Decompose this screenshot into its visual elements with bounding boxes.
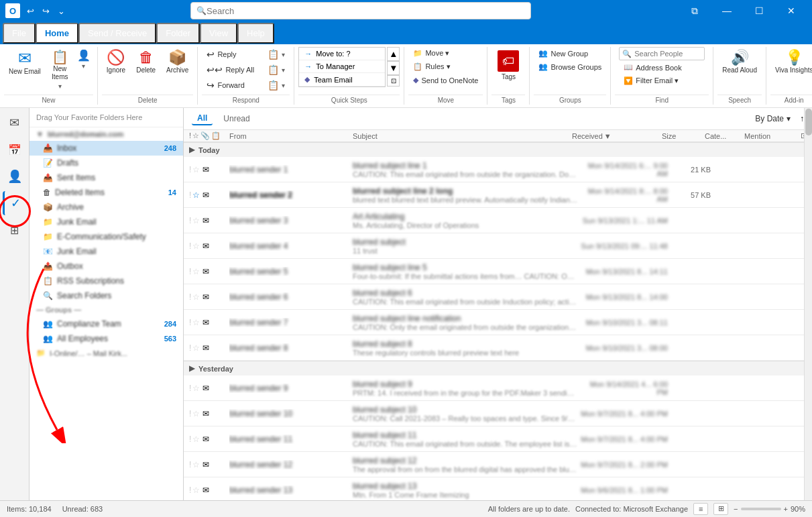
ignore-button[interactable]: 🚫 Ignore — [102, 47, 130, 78]
tab-folder[interactable]: Folder — [156, 23, 200, 44]
browse-groups-button[interactable]: 👥 Browse Groups — [534, 60, 606, 73]
folder-item-archive[interactable]: 📦 Archive — [30, 200, 183, 215]
quicksteps-expand[interactable]: ⊡ — [387, 75, 400, 87]
tab-file[interactable]: File — [3, 23, 36, 44]
folder-item-rss[interactable]: 📋 RSS Subscriptions — [30, 274, 183, 288]
minimize-button[interactable]: — — [711, 0, 742, 21]
new-email-button[interactable]: ✉ New Email — [4, 47, 46, 79]
reply-button[interactable]: ↩ Reply — [202, 47, 259, 62]
search-people-input[interactable] — [634, 50, 701, 58]
quick-access-dropdown[interactable]: ⌄ — [55, 5, 68, 17]
folder-item-outbox[interactable]: 📤 Outbox — [30, 259, 183, 274]
status-view-1[interactable]: ≡ — [693, 503, 708, 515]
nav-calendar[interactable]: 📅 — [3, 137, 27, 162]
delete-button[interactable]: 🗑 Delete — [131, 47, 160, 78]
email-row[interactable]: ! ☆ ✉ blurred sender 9 blurred subject 9… — [184, 376, 812, 401]
close-button[interactable]: ✕ — [776, 0, 807, 21]
new-items-button[interactable]: 📋 NewItems ▾ — [47, 47, 73, 93]
archive-button[interactable]: 📦 Archive — [162, 47, 193, 78]
email-row[interactable]: ! ☆ ✉ blurred sender 1 blurred subject l… — [184, 157, 812, 182]
viva-insights-button[interactable]: 💡 Viva Insights — [770, 47, 812, 78]
new-items-extra-button[interactable]: 👤 ▾ — [74, 47, 93, 73]
col-category-header[interactable]: Cate... — [705, 132, 742, 140]
send-to-onenote-button[interactable]: ◆ Send to OneNote — [408, 74, 483, 87]
email-sender: blurred sender 8 — [229, 343, 350, 353]
nav-mail[interactable]: ✉ — [3, 111, 27, 135]
email-row[interactable]: ! ☆ ✉ blurred sender 11 blurred subject … — [184, 426, 812, 452]
filter-unread-button[interactable]: Unread — [218, 113, 255, 125]
folder-item-online[interactable]: 📁 I-Online/… – Mail Kirk... — [30, 346, 183, 360]
maximize-button[interactable]: ☐ — [744, 0, 774, 21]
tab-view[interactable]: View — [200, 23, 237, 44]
undo-button[interactable]: ↩ — [24, 5, 37, 17]
folder-junk2-label: Junk Email — [57, 247, 97, 256]
folder-item-search-folders[interactable]: 🔍 Search Folders — [30, 288, 183, 303]
respond-extra-2[interactable]: 📋 ▾ — [263, 62, 290, 77]
folder-item-junk2[interactable]: 📧 Junk Email — [30, 244, 183, 259]
search-input[interactable] — [207, 6, 525, 16]
folder-item-account[interactable]: ▼ blurred@domain.com — [30, 127, 183, 141]
quicksteps-nav: ▲ ▼ ⊡ — [387, 47, 400, 87]
folder-item-allemployees[interactable]: 👥 All Employees 563 — [30, 331, 183, 346]
respond-extra-3[interactable]: 📋 ▾ — [263, 78, 290, 93]
nav-contacts[interactable]: 👤 — [3, 164, 27, 188]
rules-button[interactable]: 📋 Rules ▾ — [408, 60, 483, 73]
filter-all-button[interactable]: All — [192, 112, 213, 125]
email-row[interactable]: ! ☆ ✉ blurred sender 3 Art Articulating … — [184, 208, 812, 233]
quickstep-moveto[interactable]: → Move to: ? — [299, 48, 385, 60]
sort-button[interactable]: By Date ▾ — [751, 113, 795, 125]
nav-apps[interactable]: ⊞ — [3, 218, 27, 242]
status-view-2[interactable]: ⊞ — [713, 503, 728, 515]
folder-item-ecommunication[interactable]: 📁 E-Communication/Safety — [30, 229, 183, 244]
tab-home[interactable]: Home — [36, 23, 78, 44]
read-aloud-button[interactable]: 🔊 Read Aloud — [717, 47, 762, 78]
zoom-out-icon[interactable]: − — [734, 505, 738, 513]
quicksteps-scroll-up[interactable]: ▲ — [387, 47, 400, 61]
address-book-button[interactable]: 📖 Address Book — [619, 61, 705, 74]
tab-send-receive[interactable]: Send / Receive — [78, 23, 156, 44]
deleted-count: 14 — [168, 188, 176, 196]
quicksteps-scroll-down[interactable]: ▼ — [387, 61, 400, 75]
tab-help[interactable]: Help — [237, 23, 274, 44]
email-row[interactable]: ! ☆ ✉ blurred sender 7 blurred subject l… — [184, 310, 812, 335]
folder-item-deleted[interactable]: 🗑 Deleted Items 14 — [30, 185, 183, 200]
col-from-header[interactable]: From — [229, 132, 350, 140]
respond-extra-1[interactable]: 📋 ▾ — [263, 47, 290, 62]
email-row[interactable]: ! ☆ ✉ blurred sender 12 blurred subject … — [184, 452, 812, 477]
email-row[interactable]: ! ☆ ✉ blurred sender 4 blurred subject 1… — [184, 233, 812, 259]
drafts-icon: 📝 — [43, 158, 53, 168]
folder-item-drafts[interactable]: 📝 Drafts — [30, 156, 183, 170]
email-row[interactable]: ! ☆ ✉ blurred sender 8 blurred subject 8… — [184, 335, 812, 361]
quickstep-tomanager[interactable]: → To Manager — [299, 60, 385, 73]
email-row[interactable]: ! ☆ ✉ blurred sender 13 blurred subject … — [184, 477, 812, 500]
email-read-icon: ☆ — [192, 485, 200, 495]
folder-resize-handle[interactable] — [180, 108, 183, 500]
email-row[interactable]: ! ☆ ✉ blurred sender 10 blurred subject … — [184, 401, 812, 426]
folder-item-junk[interactable]: 📁 Junk Email — [30, 215, 183, 229]
email-row[interactable]: ! ☆ ✉ blurred sender 2 blurred subject l… — [184, 182, 812, 208]
email-row[interactable]: ! ☆ ✉ blurred sender 6 blurred subject 6… — [184, 284, 812, 310]
redo-button[interactable]: ↪ — [40, 5, 52, 17]
quickstep-teamemail[interactable]: ◆ Team Email — [299, 73, 385, 87]
reply-all-button[interactable]: ↩↩ Reply All — [202, 62, 259, 77]
folder-item-inbox[interactable]: 📥 Inbox 248 — [30, 141, 183, 156]
zoom-slider[interactable] — [741, 508, 781, 510]
nav-tasks[interactable]: ✓ — [3, 191, 27, 215]
folder-item-complianze[interactable]: 👥 Complianze Team 284 — [30, 317, 183, 331]
folder-item-sent[interactable]: 📤 Sent Items — [30, 170, 183, 185]
col-size-header[interactable]: Size — [662, 132, 702, 140]
col-subject-header[interactable]: Subject — [353, 132, 569, 140]
forward-button[interactable]: ↪ Forward — [202, 78, 259, 93]
ribbon-group-tags-content: 🏷 Tags — [491, 47, 525, 93]
tags-button[interactable]: 🏷 Tags — [491, 47, 525, 84]
restore-button[interactable]: ⧉ — [679, 0, 710, 21]
new-group-button[interactable]: 👥 New Group — [534, 47, 606, 60]
scrollbar-thumb[interactable] — [805, 109, 812, 135]
zoom-in-icon[interactable]: + — [784, 505, 788, 513]
col-received-header[interactable]: Received ▼ — [572, 132, 659, 140]
move-button[interactable]: 📁 Move ▾ — [408, 47, 483, 60]
email-list-scrollbar[interactable] — [804, 108, 812, 500]
browse-groups-label: Browse Groups — [550, 63, 601, 71]
filter-email-button[interactable]: 🔽 Filter Email ▾ — [619, 74, 705, 87]
email-row[interactable]: ! ☆ ✉ blurred sender 5 blurred subject l… — [184, 259, 812, 284]
